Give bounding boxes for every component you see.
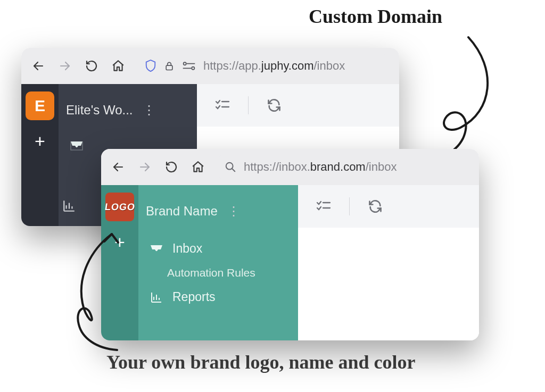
shield-icon (145, 59, 156, 73)
home-icon[interactable] (111, 59, 126, 73)
sidebar-item-inbox[interactable]: Inbox (146, 236, 288, 261)
brand-logo-text: LOGO (104, 202, 136, 213)
sidebar-item-label: Reports (172, 290, 216, 304)
annotation-custom-domain: Custom Domain (309, 5, 442, 28)
workspace-rail: LOGO + (101, 185, 138, 340)
workspace-avatar[interactable]: E (26, 91, 54, 120)
add-workspace-button[interactable]: + (112, 234, 128, 250)
add-workspace-button[interactable]: + (32, 133, 48, 149)
toggles-icon (182, 61, 196, 71)
kebab-icon[interactable]: ⋮ (143, 103, 155, 118)
window-branded: https://inbox.brand.com/inbox LOGO + Bra… (101, 149, 479, 340)
browser-toolbar: https://app.juphy.com/inbox (21, 48, 399, 84)
svg-line-17 (232, 169, 235, 172)
svg-rect-2 (166, 65, 172, 70)
lock-icon (164, 60, 175, 72)
sidebar-item-automation[interactable]: Automation Rules (146, 261, 288, 285)
url-text: https://app.juphy.com/inbox (203, 59, 345, 73)
sidebar-item-label: Inbox (172, 241, 202, 256)
toolbar-divider (349, 197, 350, 215)
workspace-name: Brand Name (146, 204, 218, 219)
sidebar-item-reports[interactable]: Reports (146, 285, 288, 310)
forward-icon[interactable] (137, 160, 152, 174)
annotation-brand: Your own brand logo, name and color (106, 351, 415, 373)
home-icon[interactable] (191, 160, 205, 174)
refresh-icon[interactable] (267, 98, 282, 113)
reports-icon (149, 291, 164, 304)
reload-icon[interactable] (164, 160, 179, 174)
sidebar: Brand Name ⋮ Inbox Automation Rules Repo… (138, 185, 298, 340)
sidebar-item-label: Automation Rules (167, 266, 255, 279)
back-icon[interactable] (31, 59, 46, 73)
brand-logo[interactable]: LOGO (105, 193, 134, 221)
checklist-icon[interactable] (215, 99, 230, 112)
search-icon (225, 161, 236, 173)
refresh-icon[interactable] (368, 199, 383, 214)
address-bar[interactable]: https://app.juphy.com/inbox (137, 54, 390, 78)
svg-point-3 (184, 62, 186, 65)
workspace-name: Elite's Wo... (66, 103, 133, 118)
content-area (298, 185, 479, 340)
address-bar[interactable]: https://inbox.brand.com/inbox (217, 155, 469, 179)
toolbar-divider (248, 96, 249, 114)
reports-icon (59, 195, 80, 216)
url-text: https://inbox.brand.com/inbox (244, 160, 397, 174)
reload-icon[interactable] (84, 59, 99, 73)
back-icon[interactable] (111, 160, 126, 174)
forward-icon[interactable] (57, 59, 72, 73)
kebab-icon[interactable]: ⋮ (227, 204, 240, 219)
svg-point-5 (192, 67, 194, 70)
browser-toolbar: https://inbox.brand.com/inbox (101, 149, 479, 185)
checklist-icon[interactable] (316, 200, 331, 213)
workspace-rail: E + (21, 84, 59, 226)
inbox-icon (149, 244, 164, 254)
inbox-icon (69, 140, 84, 151)
